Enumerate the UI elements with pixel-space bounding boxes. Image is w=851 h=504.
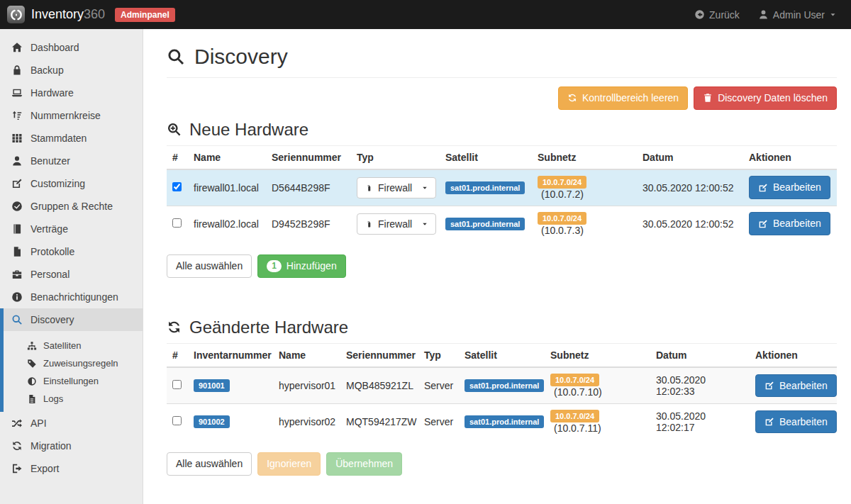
- device-name: firewall02.local: [188, 206, 266, 242]
- sidebar-item-migration[interactable]: Migration: [0, 435, 143, 457]
- column-header: Satellit: [459, 344, 545, 367]
- column-header: Satellit: [440, 146, 532, 169]
- discovered-date: 30.05.2020 12:02:17: [650, 403, 750, 439]
- ip-address: (10.0.7.11): [554, 422, 601, 434]
- clear-control-area-button[interactable]: Kontrollbereich leeren: [558, 86, 688, 110]
- brand[interactable]: Inventory360 Adminpanel: [7, 6, 175, 23]
- edit-icon: [11, 178, 23, 189]
- book-icon: [11, 223, 23, 235]
- subnet-badge: 10.0.7.0/24: [550, 410, 599, 422]
- adminpanel-badge: Adminpanel: [115, 8, 175, 22]
- sidebar-item-discovery[interactable]: Discovery: [4, 308, 143, 331]
- info-circle-icon: [11, 291, 23, 303]
- refresh-icon: [11, 440, 23, 452]
- satellite-badge: sat01.prod.internal: [465, 415, 544, 428]
- ignore-button[interactable]: Ignorieren: [257, 452, 321, 476]
- refresh-icon: [567, 93, 577, 103]
- row-checkbox[interactable]: [172, 218, 182, 228]
- user-icon: [11, 155, 23, 167]
- sidebar-item-api[interactable]: API: [0, 412, 143, 435]
- subnet-badge: 10.0.7.0/24: [550, 374, 599, 386]
- new-hardware-heading: Neue Hardware: [167, 120, 837, 140]
- back-link[interactable]: Zurück: [694, 9, 740, 21]
- check-circle-icon: [11, 201, 23, 212]
- column-header: #: [167, 146, 188, 169]
- tags-icon: [27, 359, 37, 369]
- column-header: Aktionen: [743, 146, 837, 169]
- changed-hardware-heading: Geänderte Hardware: [167, 318, 837, 337]
- device-type: Server: [418, 403, 459, 439]
- add-button[interactable]: 1 Hinzufügen: [257, 254, 346, 278]
- edit-button[interactable]: Bearbeiten: [755, 374, 837, 398]
- arrow-circle-left-icon: [694, 9, 705, 20]
- selected-count-badge: 1: [267, 260, 282, 272]
- column-header: Datum: [637, 146, 743, 169]
- apply-button[interactable]: Übernehmen: [326, 452, 402, 476]
- device-name: hypervisor02: [273, 403, 340, 439]
- device-name: hypervisor01: [273, 367, 340, 404]
- ip-address: (10.0.7.10): [554, 386, 602, 398]
- sidebar-item-backup[interactable]: Backup: [0, 59, 143, 82]
- edit-icon: [758, 183, 768, 193]
- inventory-number-badge: 901002: [194, 415, 230, 428]
- sidebar-item-vertraege[interactable]: Verträge: [0, 218, 143, 240]
- device-name: firewall01.local: [188, 169, 266, 206]
- toggle-icon: [27, 376, 37, 386]
- sidebar-item-customizing[interactable]: Customizing: [0, 172, 143, 195]
- row-checkbox[interactable]: [172, 416, 182, 425]
- row-checkbox[interactable]: [172, 380, 182, 389]
- table-row: firewall02.local D9452B298F Firewall sat…: [167, 206, 837, 242]
- brand-name: Inventory360: [31, 7, 105, 22]
- sidebar-item-stammdaten[interactable]: Stammdaten: [0, 127, 143, 150]
- search-plus-icon: [167, 122, 182, 137]
- edit-button[interactable]: Bearbeiten: [749, 212, 830, 235]
- column-header: Datum: [650, 344, 750, 367]
- trash-icon: [703, 93, 713, 103]
- laptop-icon: [11, 87, 23, 99]
- sidebar-item-benutzer[interactable]: Benutzer: [0, 150, 143, 172]
- column-header: Name: [188, 146, 266, 169]
- type-select[interactable]: Firewall: [357, 213, 436, 235]
- shuffle-icon: [11, 418, 23, 429]
- sidebar-item-gruppen-rechte[interactable]: Gruppen & Rechte: [0, 195, 143, 218]
- discovered-date: 30.05.2020 12:00:52: [637, 169, 743, 206]
- sign-out-icon: [11, 463, 23, 474]
- inventory-number-badge: 901001: [194, 379, 230, 392]
- caret-down-icon: [421, 184, 428, 191]
- select-all-button[interactable]: Alle auswählen: [167, 254, 252, 278]
- edit-button[interactable]: Bearbeiten: [755, 410, 837, 434]
- sidebar-item-dashboard[interactable]: Dashboard: [0, 36, 143, 59]
- sidebar-item-nummernkreise[interactable]: Nummernkreise: [0, 104, 143, 127]
- sidebar-item-logs[interactable]: Logs: [4, 390, 143, 408]
- caret-down-icon: [421, 220, 428, 228]
- user-icon: [758, 9, 769, 20]
- user-menu[interactable]: Admin User: [758, 9, 837, 21]
- changed-hardware-table: # Inventarnummer Name Seriennummer Typ S…: [167, 344, 837, 439]
- sidebar-item-satelliten[interactable]: Satelliten: [4, 337, 143, 354]
- row-checkbox[interactable]: [172, 182, 182, 191]
- sidebar-item-hardware[interactable]: Hardware: [0, 82, 143, 104]
- sidebar-item-benachrichtigungen[interactable]: Benachrichtigungen: [0, 286, 143, 308]
- column-header: #: [167, 344, 188, 367]
- file-icon: [11, 246, 23, 257]
- delete-discovery-data-button[interactable]: Discovery Daten löschen: [694, 86, 837, 110]
- type-select[interactable]: Firewall: [357, 177, 436, 198]
- select-all-button[interactable]: Alle auswählen: [167, 452, 252, 476]
- sidebar-item-export[interactable]: Export: [0, 457, 143, 480]
- discovered-date: 30.05.2020 12:02:33: [650, 367, 750, 404]
- top-navbar: Inventory360 Adminpanel Zurück Admin Use…: [0, 0, 851, 29]
- edit-button[interactable]: Bearbeiten: [749, 176, 830, 199]
- column-header: Typ: [351, 146, 440, 169]
- caret-down-icon: [829, 11, 837, 18]
- subnet-badge: 10.0.7.0/24: [538, 176, 586, 189]
- sidebar: Dashboard Backup Hardware Nummernkreise …: [0, 29, 143, 504]
- serial-number: D9452B298F: [266, 206, 351, 242]
- column-header: Typ: [418, 344, 459, 367]
- sidebar-item-einstellungen[interactable]: Einstellungen: [4, 372, 143, 390]
- satellite-badge: sat01.prod.internal: [445, 181, 525, 194]
- sidebar-item-personal[interactable]: Personal: [0, 263, 143, 286]
- home-icon: [11, 42, 23, 53]
- table-row: 901001 hypervisor01 MQB485921ZL Server s…: [167, 367, 837, 404]
- sidebar-item-zuweisungsregeln[interactable]: Zuweisungsregeln: [4, 354, 143, 372]
- sidebar-item-protokolle[interactable]: Protokolle: [0, 240, 143, 263]
